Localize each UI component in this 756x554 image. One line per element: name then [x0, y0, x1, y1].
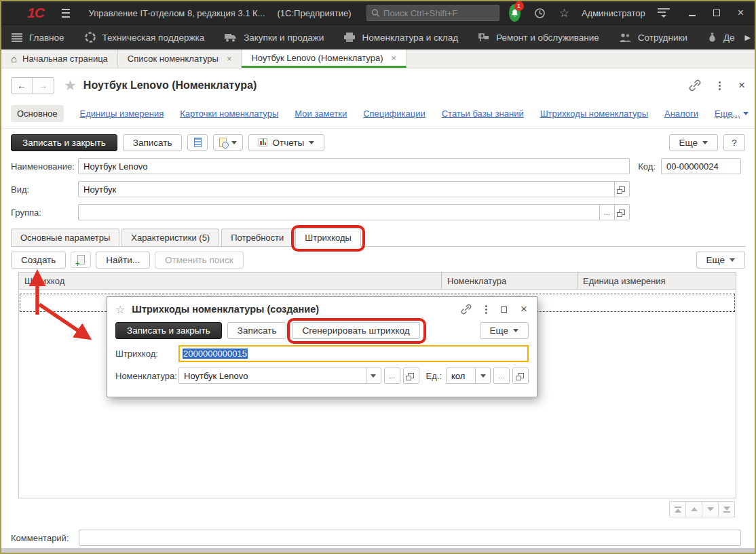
back-button[interactable]: ← — [12, 78, 33, 94]
tab-label: Список номенклатуры — [128, 54, 219, 64]
favorite-star-icon[interactable]: ☆ — [115, 303, 125, 316]
dropdown-button[interactable] — [366, 368, 381, 383]
section-remont[interactable]: Ремонт и обслуживание — [468, 25, 609, 50]
code-input[interactable]: 00-00000024 — [661, 158, 741, 174]
dialog-more-button[interactable]: Еще — [480, 322, 529, 339]
navlink-analogi[interactable]: Аналоги — [664, 108, 698, 119]
favorite-star-icon[interactable]: ★ — [64, 77, 77, 94]
generate-barcode-button[interactable]: Сгенерировать штрихкод — [292, 322, 419, 339]
cancel-search-button[interactable]: Отменить поиск — [155, 252, 243, 269]
name-input[interactable]: Ноутбук Lenovo — [78, 158, 630, 174]
history-clock-icon — [534, 7, 546, 19]
dialog-save-button[interactable]: Записать — [227, 322, 287, 339]
open-button[interactable] — [614, 205, 629, 220]
barcode-table-header[interactable]: Штрихкод Номенклатура Единица измерения — [18, 272, 736, 290]
choose-button[interactable]: ... — [599, 205, 614, 220]
section-zakupki[interactable]: Закупки и продажи — [214, 25, 334, 50]
navlink-osnovnoe[interactable]: Основное — [11, 105, 64, 122]
column-edinica-izmereniya[interactable]: Единица измерения — [577, 273, 736, 289]
main-menu-icon[interactable] — [62, 9, 70, 18]
maximize-dialog-button[interactable] — [501, 306, 507, 313]
more-actions-icon[interactable] — [485, 305, 487, 314]
choose-button[interactable]: ... — [385, 368, 400, 383]
column-nomenklatura[interactable]: Номенклатура — [441, 273, 577, 289]
column-shtrihkod[interactable]: Штрихкод — [19, 273, 441, 289]
close-tab-icon[interactable]: × — [227, 54, 232, 64]
unit-input[interactable]: кол — [447, 368, 475, 383]
kind-input[interactable]: Ноутбук — [79, 182, 614, 197]
find-button[interactable]: Найти... — [96, 252, 150, 269]
comment-input[interactable] — [79, 530, 742, 546]
open-button[interactable] — [513, 368, 528, 383]
section-glavnoe[interactable]: Главное — [1, 25, 75, 50]
navlink-more[interactable]: Еще... — [715, 108, 749, 119]
close-window-button[interactable]: × — [738, 7, 744, 18]
maximize-button[interactable] — [713, 9, 720, 16]
minimize-button[interactable] — [689, 15, 696, 16]
scheduled-doc-button[interactable] — [213, 134, 243, 151]
section-label: Главное — [29, 33, 64, 43]
navlink-stati-bazy-znaniy[interactable]: Статьи базы знаний — [442, 108, 524, 119]
copy-button[interactable] — [71, 252, 91, 268]
section-dengi[interactable]: Де — [698, 25, 745, 50]
subtab-shtrihkody[interactable]: Штрихкоды — [295, 229, 361, 247]
sections-overflow-arrow[interactable]: ▶ — [745, 33, 751, 42]
list-more-button[interactable]: Еще — [696, 252, 745, 269]
moneybag-icon — [708, 33, 717, 42]
notifications-button[interactable]: 1 — [509, 4, 521, 22]
save-and-close-button[interactable]: Записать и закрыть — [11, 134, 117, 151]
nomenclature-input[interactable]: Ноутбук Lenovo — [179, 368, 366, 383]
navlink-edinicy-izmereniya[interactable]: Единицы измерения — [80, 108, 164, 119]
subtab-harakteristiki[interactable]: Характеристики (5) — [121, 229, 219, 246]
link-icon[interactable] — [461, 304, 472, 315]
open-button[interactable] — [614, 182, 629, 197]
barcode-input[interactable]: 2000000000015 — [178, 345, 529, 362]
help-button[interactable]: ? — [723, 134, 745, 151]
close-dialog-button[interactable]: × — [521, 302, 527, 316]
section-label: Сотрудники — [638, 33, 687, 43]
navlink-kartochki[interactable]: Карточки номенклатуры — [180, 108, 278, 119]
section-label: Закупки и продажи — [244, 33, 324, 43]
close-tab-icon[interactable]: × — [392, 53, 397, 63]
tab-nomenclature-list[interactable]: Список номенклатуры × — [118, 50, 242, 68]
close-form-button[interactable]: × — [738, 79, 745, 92]
tab-home[interactable]: ⌂ Начальная страница — [1, 50, 118, 68]
reports-button[interactable]: Отчеты — [248, 134, 324, 151]
history-button[interactable] — [534, 7, 546, 19]
go-first-button[interactable] — [669, 501, 686, 517]
service-menu-icon[interactable] — [658, 8, 670, 18]
link-icon[interactable] — [689, 79, 701, 92]
nomenclature-open — [403, 368, 419, 384]
more-label: Еще — [706, 255, 725, 265]
open-icon — [408, 373, 414, 378]
dropdown-button[interactable] — [475, 368, 490, 383]
navlink-moi-zametki[interactable]: Мои заметки — [295, 108, 347, 119]
search-input[interactable] — [383, 8, 495, 18]
structure-button[interactable] — [187, 134, 208, 151]
global-search[interactable] — [366, 5, 499, 21]
save-button[interactable]: Записать — [123, 134, 183, 151]
current-user[interactable]: Администратор — [582, 8, 645, 18]
group-input[interactable] — [79, 205, 599, 220]
section-nomenklatura[interactable]: Номенклатура и склад — [334, 25, 468, 50]
tab-notebook-lenovo[interactable]: Ноутбук Lenovo (Номенклатура) × — [242, 50, 407, 68]
name-label: Наименование: — [11, 161, 78, 172]
favorites-button[interactable]: ☆ — [559, 6, 569, 20]
subtab-potrebnosti[interactable]: Потребности — [221, 229, 293, 246]
navlink-specifikacii[interactable]: Спецификации — [363, 108, 426, 119]
navlink-shtrihkody[interactable]: Штрихкоды номенклатуры — [540, 108, 648, 119]
go-up-button[interactable] — [685, 501, 702, 517]
open-button[interactable] — [404, 368, 419, 383]
dialog-save-and-close-button[interactable]: Записать и закрыть — [115, 322, 222, 339]
go-down-button[interactable] — [702, 501, 719, 517]
more-button[interactable]: Еще — [669, 134, 718, 151]
section-tehpodderzhka[interactable]: Техническая поддержка — [75, 25, 215, 50]
menu-lines-icon — [12, 33, 22, 42]
more-actions-icon[interactable] — [719, 81, 721, 90]
choose-button[interactable]: ... — [494, 368, 509, 383]
forward-button[interactable]: → — [33, 78, 54, 94]
subtab-osnovnye-parametry[interactable]: Основные параметры — [11, 229, 119, 246]
go-last-button[interactable] — [718, 501, 735, 517]
section-sotrudniki[interactable]: Сотрудники — [609, 25, 698, 50]
create-button[interactable]: Создать — [11, 252, 66, 269]
